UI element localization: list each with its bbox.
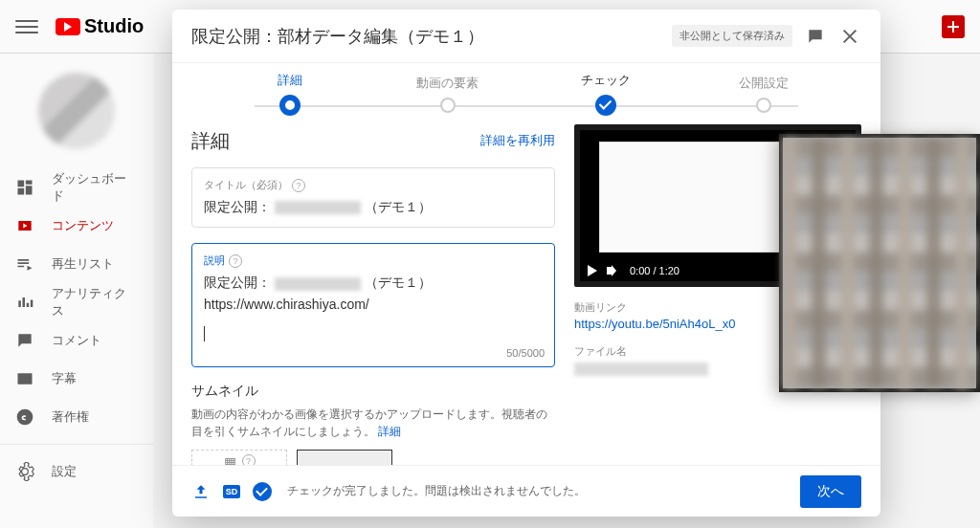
step-dot-icon bbox=[756, 98, 771, 113]
title-value: 限定公開：（デモ１） bbox=[204, 196, 543, 217]
char-count: 50/5000 bbox=[506, 347, 545, 359]
step-label: チェック bbox=[581, 72, 631, 89]
step-dot-icon bbox=[595, 95, 616, 116]
field-label-text: 説明 bbox=[204, 253, 225, 268]
saved-status-badge: 非公開として保存済み bbox=[672, 25, 792, 47]
description-field[interactable]: 説明 ? 限定公開：（デモ１） https://www.chirashiya.c… bbox=[191, 243, 555, 367]
stepper: 詳細 動画の要素 チェック 公開設定 bbox=[172, 63, 880, 124]
step-visibility[interactable]: 公開設定 bbox=[684, 75, 842, 113]
step-checks[interactable]: チェック bbox=[526, 72, 684, 116]
close-icon[interactable] bbox=[838, 25, 861, 48]
step-label: 公開設定 bbox=[739, 75, 789, 92]
title-field[interactable]: タイトル（必須） ? 限定公開：（デモ１） bbox=[191, 167, 555, 228]
thumbnail-section-title: サムネイル bbox=[191, 383, 555, 400]
play-icon[interactable] bbox=[588, 265, 597, 276]
video-edit-modal: 限定公開：部材データ編集（デモ１） 非公開として保存済み 詳細 動画の要素 チェ… bbox=[172, 10, 880, 517]
sd-badge: SD bbox=[222, 482, 241, 501]
volume-icon[interactable] bbox=[607, 264, 620, 277]
step-details[interactable]: 詳細 bbox=[211, 72, 368, 116]
help-icon[interactable]: ? bbox=[229, 254, 242, 268]
video-time: 0:00 / 1:20 bbox=[630, 265, 679, 276]
upload-complete-icon bbox=[191, 482, 211, 501]
step-dot-icon bbox=[279, 95, 301, 116]
thumbnail-description: 動画の内容がわかる画像を選択するかアップロードします。視聴者の目を引くサムネイル… bbox=[191, 406, 555, 440]
next-button[interactable]: 次へ bbox=[800, 475, 861, 508]
thumbnail-upload-button[interactable]: ▦ ? サムネイルをアップロード bbox=[191, 450, 287, 465]
add-image-icon: ▦ bbox=[224, 454, 236, 465]
help-icon[interactable]: ? bbox=[242, 454, 256, 465]
step-label: 詳細 bbox=[278, 72, 302, 89]
step-elements[interactable]: 動画の要素 bbox=[368, 75, 526, 113]
modal-title: 限定公開：部材データ編集（デモ１） bbox=[191, 25, 672, 48]
check-complete-icon bbox=[253, 482, 272, 501]
reuse-details-link[interactable]: 詳細を再利用 bbox=[480, 132, 555, 149]
file-name-value bbox=[574, 363, 708, 376]
overlay-video-window[interactable] bbox=[779, 134, 980, 392]
thumbnail-option[interactable] bbox=[297, 450, 392, 465]
step-label: 動画の要素 bbox=[416, 75, 479, 92]
description-value: 限定公開：（デモ１） https://www.chirashiya.com/ bbox=[204, 272, 543, 347]
help-icon[interactable]: ? bbox=[292, 179, 305, 192]
field-label-text: タイトル（必須） bbox=[204, 178, 288, 192]
feedback-icon[interactable] bbox=[804, 25, 827, 48]
step-dot-icon bbox=[440, 98, 456, 113]
footer-message: チェックが完了しました。問題は検出されませんでした。 bbox=[287, 483, 586, 499]
thumbnail-more-link[interactable]: 詳細 bbox=[378, 425, 401, 438]
